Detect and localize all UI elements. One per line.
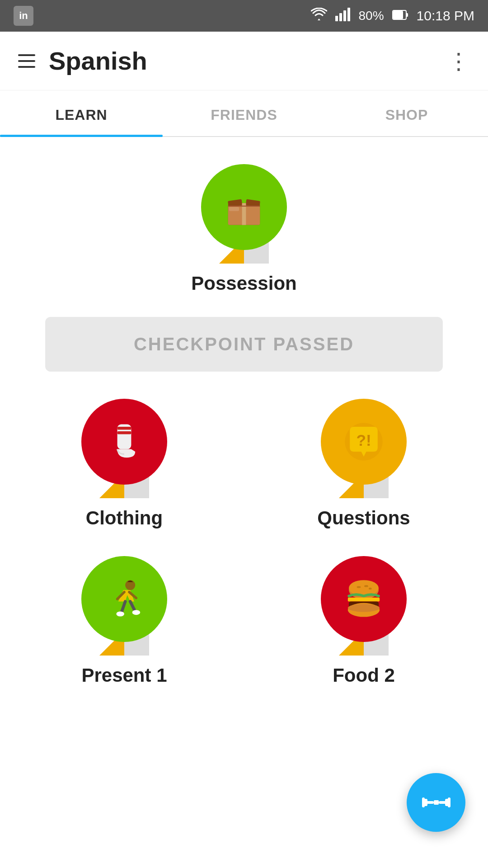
checkpoint-banner: CHECKPOINT PASSED — [45, 317, 443, 372]
lesson-clothing[interactable]: Clothing — [79, 399, 169, 529]
present1-icon-wrap — [79, 556, 169, 656]
lesson-icon-wrap — [199, 164, 289, 264]
lessons-grid: Clothing ?! — [18, 399, 470, 686]
main-content: Possession CHECKPOINT PASSED — [0, 137, 488, 704]
possession-circle — [201, 164, 287, 250]
svg-rect-16 — [117, 431, 131, 434]
status-bar-right: 80% 10:18 PM — [311, 8, 474, 24]
possession-label: Possession — [191, 273, 296, 294]
food2-label: Food 2 — [333, 665, 395, 686]
checkpoint-text: CHECKPOINT PASSED — [134, 334, 354, 354]
practice-fab[interactable] — [407, 773, 465, 832]
lesson-possession[interactable]: Possession — [191, 164, 296, 294]
questions-circle: ?! — [321, 399, 407, 485]
battery-icon — [392, 9, 408, 23]
tab-friends[interactable]: FRIENDS — [163, 90, 325, 136]
clothing-label: Clothing — [86, 507, 163, 529]
svg-rect-3 — [347, 8, 350, 21]
svg-rect-0 — [335, 16, 338, 21]
wifi-icon — [311, 8, 327, 24]
more-options-button[interactable]: ⋮ — [447, 50, 470, 72]
svg-point-30 — [369, 588, 372, 590]
battery-percentage: 80% — [359, 9, 384, 23]
svg-point-22 — [116, 612, 124, 617]
linkedin-icon: in — [14, 6, 33, 26]
present1-circle — [81, 556, 167, 642]
svg-rect-1 — [339, 13, 342, 21]
svg-point-34 — [348, 604, 380, 612]
tab-shop[interactable]: SHOP — [325, 90, 488, 136]
svg-point-29 — [364, 585, 368, 587]
svg-rect-31 — [348, 598, 380, 602]
svg-rect-39 — [422, 797, 425, 807]
present1-label: Present 1 — [81, 665, 167, 686]
status-bar-left: in — [14, 6, 33, 26]
page-title: Spanish — [49, 46, 147, 75]
svg-line-20 — [121, 602, 125, 613]
svg-rect-15 — [117, 427, 131, 430]
clothing-icon-wrap — [79, 399, 169, 498]
svg-point-28 — [357, 586, 361, 588]
menu-button[interactable] — [18, 54, 35, 68]
svg-rect-6 — [393, 11, 403, 19]
svg-rect-13 — [229, 207, 239, 211]
clock-time: 10:18 PM — [417, 8, 474, 24]
signal-icon — [335, 8, 351, 24]
svg-rect-35 — [434, 800, 439, 805]
status-bar: in 80% — [0, 0, 488, 32]
food2-icon-wrap — [319, 556, 409, 656]
svg-text:?!: ?! — [356, 431, 371, 449]
app-header: Spanish ⋮ — [0, 32, 488, 90]
lesson-food2[interactable]: Food 2 — [319, 556, 409, 686]
questions-icon-wrap: ?! — [319, 399, 409, 498]
header-left: Spanish — [18, 46, 147, 75]
svg-rect-2 — [343, 10, 346, 21]
svg-line-21 — [130, 602, 135, 612]
questions-label: Questions — [317, 507, 410, 529]
tab-bar: LEARN FRIENDS SHOP — [0, 90, 488, 137]
svg-rect-41 — [448, 797, 450, 807]
tab-learn[interactable]: LEARN — [0, 90, 163, 136]
lesson-questions[interactable]: ?! Questions — [317, 399, 410, 529]
dumbbell-icon — [422, 793, 451, 811]
svg-point-23 — [132, 610, 141, 615]
food2-circle — [321, 556, 407, 642]
svg-rect-5 — [406, 13, 408, 17]
clothing-circle — [81, 399, 167, 485]
lesson-present1[interactable]: Present 1 — [79, 556, 169, 686]
